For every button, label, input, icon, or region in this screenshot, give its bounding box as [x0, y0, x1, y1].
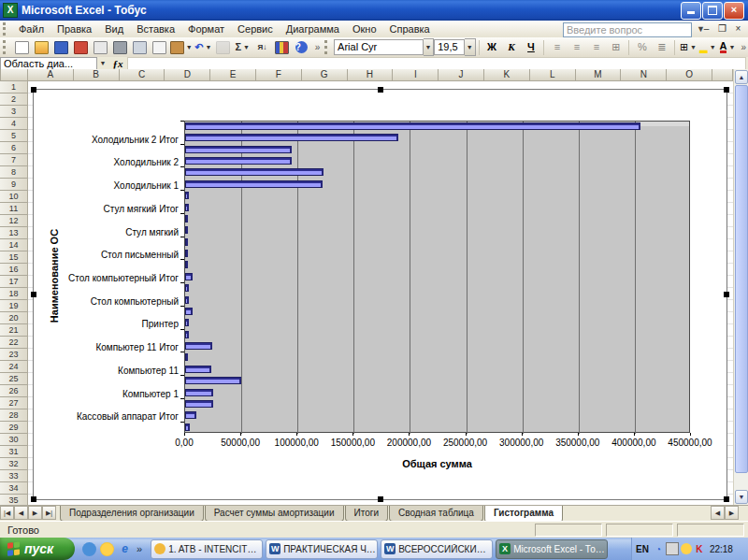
selection-handle[interactable]	[724, 87, 729, 93]
row-header-11[interactable]: 11	[0, 203, 28, 215]
insert-function-icon[interactable]: ƒx	[108, 58, 127, 69]
scroll-up-icon[interactable]: ▲	[735, 70, 748, 84]
selection-handle[interactable]	[378, 87, 383, 93]
selection-handle[interactable]	[724, 292, 729, 297]
bar-Стул мягкий Итог[interactable]	[185, 204, 189, 211]
column-header-K[interactable]: K	[484, 69, 530, 81]
bar-Стол компьютерный Итог[interactable]	[185, 273, 193, 280]
media-player-icon[interactable]	[82, 542, 96, 556]
chart-object[interactable]: Холодильник 2 ИтогХолодильник 2Холодильн…	[33, 89, 727, 500]
menu-Правка[interactable]: Правка	[50, 22, 98, 36]
row-header-12[interactable]: 12	[0, 215, 28, 227]
column-header-A[interactable]: A	[28, 69, 74, 81]
autosum-button[interactable]: Σ▼	[234, 39, 252, 55]
selection-handle[interactable]	[31, 496, 36, 502]
icq-tray-icon[interactable]	[681, 543, 692, 554]
close-button[interactable]: ×	[724, 2, 744, 20]
taskbar-button[interactable]: 1. ATB - INTENCITY -...	[151, 539, 263, 559]
undo-button[interactable]: ↶▼	[194, 39, 212, 55]
start-button[interactable]: пуск	[0, 538, 75, 560]
row-header-16[interactable]: 16	[0, 264, 28, 276]
bar-hidden-20[interactable]	[185, 353, 188, 361]
print-preview-button[interactable]	[131, 39, 149, 55]
chevron-down-icon[interactable]: ▼	[690, 44, 697, 50]
font-name-select[interactable]: Arial Cyr	[334, 39, 424, 55]
sheet-tab-Итоги[interactable]: Итоги	[345, 506, 388, 522]
sheet-tab-Сводная таблица[interactable]: Сводная таблица	[389, 506, 483, 522]
kaspersky-icon[interactable]: K	[694, 543, 705, 554]
column-header-J[interactable]: J	[439, 69, 484, 81]
row-header-35[interactable]: 35	[0, 495, 28, 505]
save-button[interactable]	[52, 39, 70, 55]
taskbar-button[interactable]: WВСЕРОССИЙСКИЙ З...	[381, 539, 493, 559]
row-header-13[interactable]: 13	[0, 227, 28, 239]
menu-Формат[interactable]: Формат	[181, 22, 231, 36]
row-header-23[interactable]: 23	[0, 349, 28, 361]
open-button[interactable]	[33, 39, 50, 55]
underline-button[interactable]: Ч	[522, 39, 539, 55]
row-header-5[interactable]: 5	[0, 130, 28, 142]
row-header-14[interactable]: 14	[0, 239, 28, 251]
row-header-31[interactable]: 31	[0, 446, 28, 458]
help-button[interactable]: ?	[293, 39, 310, 55]
bar-Холодильник 2[interactable]	[185, 157, 292, 165]
bar-hidden-14[interactable]	[185, 284, 189, 292]
chevron-down-icon[interactable]: ▼	[424, 38, 434, 56]
bar-hidden-0[interactable]	[185, 122, 640, 130]
bar-Компьютер 1[interactable]	[185, 389, 213, 396]
selection-handle[interactable]	[378, 496, 383, 502]
font-color-button[interactable]: А▼	[718, 39, 736, 55]
sheet-tab-Расчет суммы амортизации[interactable]: Расчет суммы амортизации	[205, 506, 344, 522]
row-header-25[interactable]: 25	[0, 373, 28, 385]
row-header-24[interactable]: 24	[0, 361, 28, 373]
permission-button[interactable]	[72, 39, 90, 55]
quick-launch-more-icon[interactable]: »	[137, 543, 142, 554]
row-header-34[interactable]: 34	[0, 482, 28, 495]
chevron-down-icon[interactable]: ▼	[728, 44, 735, 50]
row-header-20[interactable]: 20	[0, 312, 28, 324]
row-header-8[interactable]: 8	[0, 166, 28, 179]
row-header-7[interactable]: 7	[0, 154, 28, 166]
chevron-down-icon[interactable]: ▼	[97, 60, 108, 66]
bar-hidden-12[interactable]	[185, 261, 188, 268]
row-header-27[interactable]: 27	[0, 397, 28, 409]
print-button[interactable]	[111, 39, 129, 55]
copy-button[interactable]	[151, 39, 168, 55]
type-question-box[interactable]: Введите вопрос	[563, 22, 692, 37]
printer-icon[interactable]	[666, 542, 679, 555]
bar-hidden-2[interactable]	[185, 146, 292, 153]
bar-hidden-6[interactable]	[185, 192, 189, 199]
font-size-select[interactable]: 19,5	[434, 39, 465, 55]
toolbar-options-icon[interactable]: »	[313, 42, 323, 52]
taskbar-button[interactable]: WПРАКТИЧЕСКАЯ ЧА...	[266, 539, 378, 559]
row-header-15[interactable]: 15	[0, 251, 28, 264]
bar-Компьютер 11 Итог[interactable]	[185, 342, 212, 350]
row-header-19[interactable]: 19	[0, 300, 28, 312]
email-button[interactable]	[92, 39, 109, 55]
language-indicator[interactable]: EN	[636, 544, 649, 554]
bar-Стул мягкий[interactable]	[185, 226, 188, 234]
row-header-10[interactable]: 10	[0, 191, 28, 203]
bar-hidden-10[interactable]	[185, 238, 188, 246]
bar-hidden-16[interactable]	[185, 308, 193, 315]
bar-hidden-8[interactable]	[185, 215, 188, 223]
vertical-scrollbar[interactable]: ▲ ▼	[733, 69, 748, 505]
column-header-G[interactable]: G	[302, 69, 348, 81]
new-workbook-button[interactable]	[13, 39, 31, 55]
column-header-O[interactable]: O	[667, 69, 712, 81]
column-header-C[interactable]: C	[120, 69, 165, 81]
bar-Стол компьютерный[interactable]	[185, 296, 189, 304]
bold-button[interactable]: Ж	[482, 39, 500, 55]
column-header-I[interactable]: I	[393, 69, 439, 81]
row-header-6[interactable]: 6	[0, 142, 28, 154]
column-header-N[interactable]: N	[621, 69, 667, 81]
menu-Справка[interactable]: Справка	[383, 22, 437, 36]
row-header-32[interactable]: 32	[0, 458, 28, 470]
bar-hidden-24[interactable]	[185, 400, 213, 408]
row-header-3[interactable]: 3	[0, 106, 28, 118]
column-header-D[interactable]: D	[165, 69, 210, 81]
row-header-22[interactable]: 22	[0, 337, 28, 349]
workbook-close-button[interactable]: ×	[730, 22, 746, 36]
select-all-corner[interactable]	[0, 69, 28, 81]
row-header-29[interactable]: 29	[0, 422, 28, 434]
